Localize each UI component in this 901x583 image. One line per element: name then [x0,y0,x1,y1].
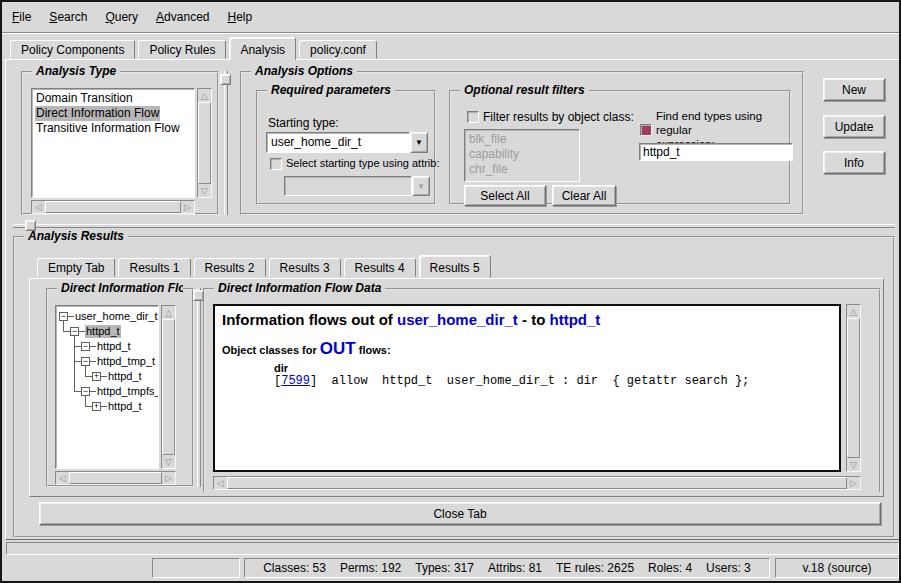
analysis-type-group: Analysis Type Domain Transition Direct I… [21,71,219,215]
tab-results-2[interactable]: Results 2 [194,258,266,277]
tree-expander-plus-icon[interactable]: + [92,402,101,411]
stat-attribs: Attribs: 81 [488,561,542,575]
tab-empty[interactable]: Empty Tab [37,258,115,277]
flow-target-type: httpd_t [550,311,601,328]
scroll-left-icon[interactable]: ◁ [214,477,227,489]
tree-node[interactable]: httpd_tmpfs_t [96,385,159,398]
tree-expander-plus-icon[interactable]: + [92,372,101,381]
tab-policy-conf[interactable]: policy.conf [299,40,377,59]
select-all-button[interactable]: Select All [464,185,546,206]
tab-results-1[interactable]: Results 1 [118,258,190,277]
scroll-thumb[interactable] [198,102,211,184]
sash-handle[interactable] [220,74,231,85]
scroll-up-icon[interactable]: △ [847,305,860,318]
scroll-thumb[interactable] [162,319,175,455]
scroll-thumb[interactable] [45,201,181,213]
tree-expander-minus-icon[interactable]: − [70,327,79,336]
tree-node[interactable]: httpd_t [107,370,143,383]
scroll-down-icon[interactable]: ▽ [847,458,860,471]
pane-sash-vertical[interactable] [224,71,228,215]
stat-users: Users: 3 [706,561,751,575]
tree-node-selected[interactable]: httpd_t [85,325,121,338]
tree-node[interactable]: httpd_t [96,340,132,353]
menu-advanced[interactable]: Advanced [156,10,209,24]
pane-sash-horizontal[interactable] [13,224,895,228]
tab-policy-components[interactable]: Policy Components [10,40,135,59]
info-button[interactable]: Info [823,151,885,174]
clear-all-button[interactable]: Clear All [552,185,616,206]
tab-policy-rules[interactable]: Policy Rules [138,40,226,59]
analysis-type-vscrollbar[interactable]: △ ▽ [197,88,212,198]
analysis-options-group: Analysis Options Required parameters Sta… [240,71,804,215]
flow-tree-hscrollbar[interactable]: ◁ ▷ [55,471,176,485]
tab-analysis[interactable]: Analysis [229,37,296,60]
stat-perms: Perms: 192 [340,561,401,575]
object-class-name: dir [274,362,832,374]
new-button[interactable]: New [823,78,885,101]
starting-type-value: user_home_dir_t [266,132,410,153]
starting-type-combobox[interactable]: user_home_dir_t ▼ [266,132,428,153]
scroll-left-icon[interactable]: ◁ [56,472,69,484]
optional-result-filters-title: Optional result filters [460,83,589,97]
rule-number-link[interactable]: 7599 [281,374,310,388]
tab-results-3[interactable]: Results 3 [269,258,341,277]
tree-node[interactable]: httpd_t [107,400,143,413]
dropdown-arrow-icon[interactable]: ▼ [410,132,428,153]
tree-node[interactable]: user_home_dir_t [74,310,159,323]
tree-expander-minus-icon[interactable]: − [59,312,68,321]
find-end-types-regex-checkbox[interactable] [640,124,652,136]
scroll-right-icon[interactable]: ▷ [847,477,860,489]
results-tab-panel: Direct Information Flow T [29,278,884,497]
list-item-direct-information-flow[interactable]: Direct Information Flow [35,106,191,121]
scroll-up-icon[interactable]: △ [162,306,175,319]
menu-query[interactable]: Query [105,10,138,24]
flow-source-type: user_home_dir_t [397,311,518,328]
flow-direction: OUT [320,339,356,358]
tree-node[interactable]: httpd_tmp_t [96,355,156,368]
app-window: File Search Query Advanced Help Policy C… [0,0,901,583]
flow-data-vscrollbar[interactable]: △ ▽ [846,304,861,472]
tree-expander-minus-icon[interactable]: − [81,342,90,351]
flow-tree-group: Direct Information Flow T [46,288,194,487]
starting-type-label: Starting type: [268,116,339,130]
sash-handle[interactable] [25,220,36,231]
flow-data-hscrollbar[interactable]: ◁ ▷ [213,476,861,490]
flow-subheading: Object classes for OUT flows: [222,339,832,359]
tab-results-4[interactable]: Results 4 [344,258,416,277]
regex-input[interactable] [639,143,793,161]
flow-tree-title: Direct Information Flow T [57,281,183,295]
menu-search[interactable]: Search [49,10,87,24]
menu-help[interactable]: Help [227,10,252,24]
attrib-checkbox[interactable] [270,158,282,170]
analysis-type-hscrollbar[interactable]: ◁ ▷ [31,200,195,214]
required-parameters-title: Required parameters [267,83,395,97]
scroll-thumb[interactable] [227,477,847,489]
attrib-checkbox-label: Select starting type using attrib: [286,157,439,169]
message-strip [6,542,899,555]
scroll-down-icon[interactable]: ▽ [198,184,211,197]
scroll-left-icon[interactable]: ◁ [32,201,45,213]
filter-by-object-class-checkbox[interactable] [467,111,479,123]
scroll-thumb[interactable] [847,318,860,458]
scroll-up-icon[interactable]: △ [198,89,211,102]
scroll-right-icon[interactable]: ▷ [162,472,175,484]
attrib-combobox: ▼ [284,176,430,196]
scroll-thumb[interactable] [69,472,162,484]
scroll-right-icon[interactable]: ▷ [181,201,194,213]
tree-expander-minus-icon[interactable]: − [81,387,90,396]
scroll-down-icon[interactable]: ▽ [162,455,175,468]
list-item-domain-transition[interactable]: Domain Transition [35,91,191,106]
tree-expander-minus-icon[interactable]: − [81,357,90,366]
list-item-transitive-information-flow[interactable]: Transitive Information Flow [35,121,191,136]
flow-tree-vscrollbar[interactable]: △ ▽ [161,305,176,469]
sash-handle[interactable] [193,290,204,301]
object-class-item: chr_file [468,162,576,177]
menu-file[interactable]: File [12,10,31,24]
update-button[interactable]: Update [823,115,885,138]
analysis-results-group: Analysis Results Empty Tab Results 1 Res… [13,236,895,538]
required-parameters-group: Required parameters Starting type: user_… [256,90,436,205]
results-sash-vertical[interactable] [197,288,201,487]
tab-results-5[interactable]: Results 5 [419,255,491,278]
close-tab-button[interactable]: Close Tab [39,502,881,525]
flow-data-text: Information flows out of user_home_dir_t… [213,304,841,472]
